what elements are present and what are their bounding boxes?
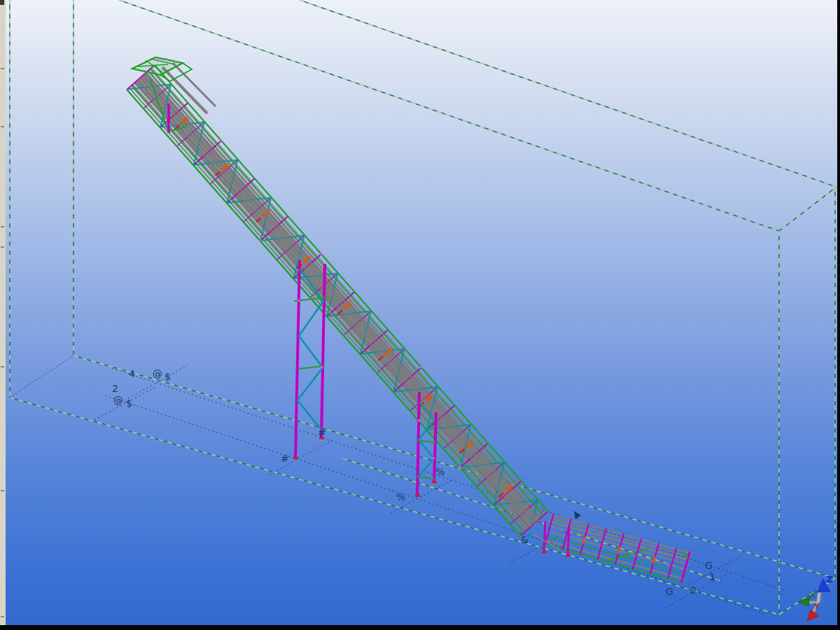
model-scene [0,0,840,630]
axis-z-arrow [817,579,830,592]
window-bottom-edge [0,625,840,630]
window-left-edge [0,0,6,630]
part-mark [574,511,581,519]
tail-gallery[interactable] [542,513,693,583]
axis-y-arrow [807,610,819,621]
model-viewport[interactable]: 42@$@$##%%&G2G1 Z X Y [0,0,840,630]
conveyor-gallery-incline[interactable] [127,64,556,543]
window-right-edge [837,0,840,630]
corner-mark [0,0,4,5]
ucs-axis-indicator [798,579,830,621]
